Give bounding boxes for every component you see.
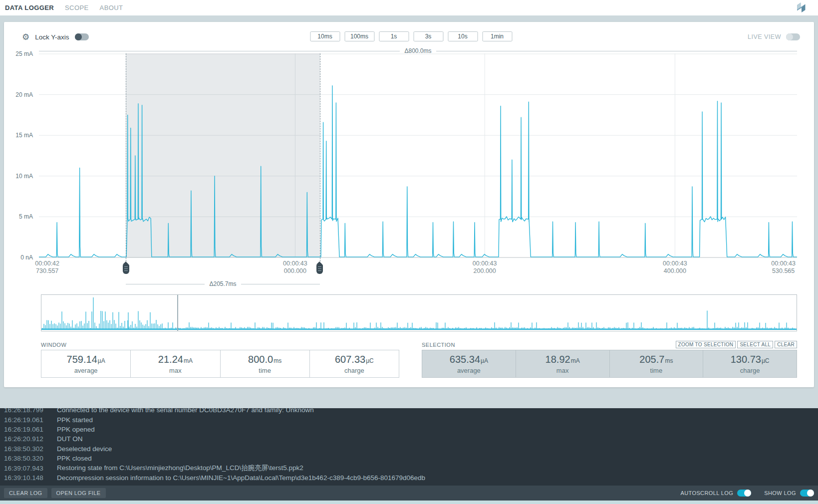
main-chart[interactable]: 25 mA20 mA15 mA10 mA5 mA0 nA 00:00:42730… — [39, 53, 797, 258]
tab-data-logger[interactable]: DATA LOGGER — [5, 4, 54, 11]
toggle-knob — [786, 33, 793, 40]
stat-unit: µC — [762, 357, 770, 364]
x-axis-label: 00:00:42730.557 — [35, 260, 59, 275]
log-entry: 16:38:50.302Deselected device — [4, 444, 818, 454]
tab-scope[interactable]: SCOPE — [65, 4, 89, 11]
selection-duration-ruler: Δ205.7ms — [126, 280, 320, 287]
nordic-logo-icon — [795, 1, 808, 16]
x-axis-label: 00:00:43530.565 — [771, 260, 796, 275]
clear-log-button[interactable]: CLEAR LOG — [4, 488, 47, 498]
stat-unit: ms — [665, 357, 673, 364]
stat-unit: µA — [98, 357, 105, 364]
live-view-toggle[interactable] — [786, 33, 800, 40]
log-timestamp: 16:26:19.061 — [4, 426, 50, 433]
selection-action-buttons: ZOOM TO SELECTIONSELECT ALLCLEAR — [676, 341, 797, 348]
selection-stats-header: SELECTION ZOOM TO SELECTIONSELECT ALLCLE… — [422, 342, 797, 350]
log-entry: 16:26:18.799Connected to the device with… — [4, 408, 818, 415]
stat-unit: µC — [366, 357, 374, 364]
window-stats-header: WINDOW — [41, 342, 399, 350]
range-button-100ms[interactable]: 100ms — [344, 31, 374, 41]
selection-boundary-left — [126, 53, 126, 271]
stat-value: 607.33µC — [335, 354, 374, 365]
stat-value: 759.14µA — [67, 354, 105, 365]
autoscroll-log-group: AUTOSCROLL LOG — [680, 490, 751, 497]
settings-gear-icon[interactable]: ⚙ — [22, 33, 29, 41]
stat-label: time — [259, 367, 271, 374]
log-entry: 16:39:07.943Restoring state from C:\User… — [4, 463, 818, 473]
stat-cell-average: 635.34µAaverage — [422, 350, 516, 377]
x-axis-label: 00:00:43200.000 — [473, 260, 497, 275]
minimap[interactable] — [41, 294, 797, 331]
log-message: PPK opened — [57, 426, 95, 433]
log-entry: 16:38:50.320PPK closed — [4, 454, 818, 463]
stat-cell-charge: 607.33µCcharge — [310, 350, 399, 377]
stat-cell-charge: 130.73µCcharge — [703, 350, 797, 377]
stat-cell-time: 205.7mstime — [610, 350, 704, 377]
stat-unit: ms — [273, 357, 281, 364]
stat-label: charge — [344, 367, 364, 374]
log-message: PPK closed — [57, 455, 92, 462]
log-message: Restoring state from C:\Users\minjiezhon… — [57, 464, 303, 473]
log-timestamp: 16:39:07.943 — [4, 465, 50, 472]
tab-about[interactable]: ABOUT — [100, 4, 123, 11]
ruler-line — [39, 51, 400, 51]
ruler-line — [436, 51, 797, 51]
log-timestamp: 16:26:20.912 — [4, 435, 50, 443]
log-message: PPK started — [57, 416, 93, 424]
time-range-buttons: 10ms100ms1s3s10s1min — [310, 31, 512, 41]
window-stats: WINDOW 759.14µAaverage21.24mAmax800.0mst… — [41, 342, 399, 378]
log-footer-toggles: AUTOSCROLL LOGSHOW LOG — [680, 490, 814, 497]
show-log-toggle[interactable] — [800, 490, 814, 497]
log-footer-buttons: CLEAR LOGOPEN LOG FILE — [4, 488, 106, 498]
window-stats-label: WINDOW — [41, 342, 66, 348]
datalogger-page: ⚙ Lock Y-axis 10ms100ms1s3s10s1min LIVE … — [0, 15, 818, 387]
y-axis-label: 0 nA — [10, 254, 33, 261]
log-entry: 16:39:10.148Decompression session inform… — [4, 473, 818, 483]
open-log-file-button[interactable]: OPEN LOG FILE — [51, 488, 106, 498]
stat-unit: µA — [481, 357, 488, 364]
toggle-knob — [744, 490, 751, 497]
log-timestamp: 16:38:50.320 — [4, 455, 50, 462]
stat-value: 130.73µC — [731, 354, 770, 365]
range-button-3s[interactable]: 3s — [413, 31, 443, 41]
handle-grip — [318, 266, 321, 272]
stat-cell-max: 21.24mAmax — [131, 350, 220, 377]
log-panel[interactable]: 16:26:18.799Connected to the device with… — [0, 408, 818, 486]
window-stats-table: 759.14µAaverage21.24mAmax800.0mstime607.… — [41, 350, 399, 378]
lock-y-axis-label: Lock Y-axis — [35, 33, 69, 41]
log-message: Connected to the device with the serial … — [57, 408, 314, 414]
live-view-label: LIVE VIEW — [748, 33, 781, 40]
minimap-window-divider[interactable] — [177, 295, 178, 331]
selection-handle-left[interactable] — [123, 264, 129, 274]
select-all-button[interactable]: SELECT ALL — [737, 341, 773, 348]
stat-label: time — [650, 367, 663, 374]
current-trace-plot[interactable] — [39, 53, 797, 258]
stat-label: max — [556, 367, 569, 374]
ruler-line — [126, 284, 205, 284]
log-entry: 16:26:20.912DUT ON — [4, 434, 818, 444]
stat-label: average — [457, 367, 481, 374]
selection-duration-label: Δ205.7ms — [209, 280, 236, 287]
range-button-1s[interactable]: 1s — [379, 31, 409, 41]
stat-label: average — [74, 367, 98, 374]
live-view-controls: LIVE VIEW — [748, 30, 800, 44]
autoscroll-log-toggle[interactable] — [737, 490, 751, 497]
lock-y-axis-toggle[interactable] — [75, 33, 89, 40]
y-axis-controls: ⚙ Lock Y-axis — [22, 30, 89, 44]
zoom-to-selection-button[interactable]: ZOOM TO SELECTION — [676, 341, 736, 348]
clear-button[interactable]: CLEAR — [775, 341, 797, 348]
stat-cell-average: 759.14µAaverage — [41, 350, 131, 377]
log-message: Deselected device — [57, 445, 112, 453]
log-message: DUT ON — [57, 435, 83, 443]
ruler-line — [241, 284, 320, 284]
log-entry: 16:26:19.061PPK opened — [4, 425, 818, 434]
y-axis-label: 15 mA — [10, 132, 33, 139]
toggle-knob — [807, 490, 814, 497]
range-button-1min[interactable]: 1min — [482, 31, 512, 41]
y-axis-label: 5 mA — [10, 213, 33, 220]
log-timestamp: 16:38:50.302 — [4, 445, 50, 453]
selection-handle-right[interactable] — [316, 264, 323, 274]
toggle-knob — [75, 33, 82, 40]
range-button-10s[interactable]: 10s — [448, 31, 478, 41]
range-button-10ms[interactable]: 10ms — [310, 31, 340, 41]
